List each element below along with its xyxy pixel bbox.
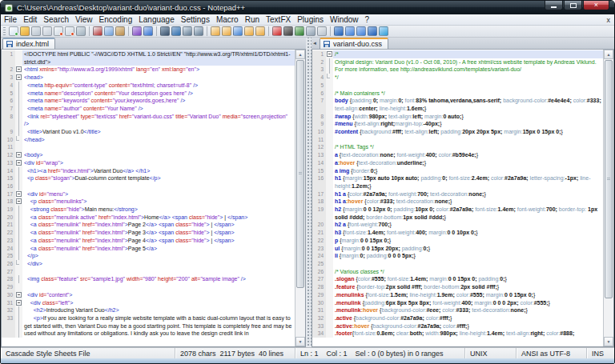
code-line[interactable]: 1/*	[312, 50, 603, 58]
code-line[interactable]: 7body {padding:0; margin:0; font:83% tah…	[312, 97, 603, 112]
scroll-track[interactable]	[604, 59, 613, 337]
tab-scroll-left-icon[interactable]: ◄	[312, 38, 318, 49]
code-line[interactable]: 30.menulink {padding:6px 8px 5px 8px; fo…	[312, 299, 603, 307]
open-folder-icon[interactable]	[20, 26, 30, 36]
code-line[interactable]: 13<div id="wrap">	[2, 159, 295, 167]
code-line[interactable]: 34.footer{font-size:0.8em; clear:both; w…	[312, 330, 603, 338]
sync-scroll-vertical-icon[interactable]	[334, 26, 344, 36]
fold-collapse-icon[interactable]	[16, 198, 22, 204]
fold-margin[interactable]	[15, 66, 22, 74]
code-line[interactable]: 23ul {margin:0 0 15px 20px; padding:0;}	[312, 245, 603, 253]
code-line[interactable]: 12/* HTML Tags */	[312, 143, 603, 151]
fold-collapse-icon[interactable]	[16, 191, 22, 197]
code-line[interactable]: 23 <a class="menulink" href="index.html"…	[2, 237, 295, 245]
close-button[interactable]: ×	[583, 1, 609, 10]
code-line[interactable]: 3<head>	[2, 74, 295, 82]
macro-save-icon[interactable]	[306, 26, 316, 36]
code-line[interactable]: 15a img {border:0;}	[312, 167, 603, 175]
code-line[interactable]: 28 <img class="feature" src="sample1.jpg…	[2, 275, 295, 283]
menu-item-search[interactable]: Search	[40, 14, 72, 26]
scroll-up-icon[interactable]: ▲	[604, 50, 613, 59]
code-line[interactable]: 6/* Main containers */	[312, 90, 603, 98]
code-line[interactable]: 10</head>	[2, 136, 295, 144]
code-line[interactable]: 14a:hover {text-decoration:underline;}	[312, 159, 603, 167]
menu-item-view[interactable]: View	[72, 14, 96, 26]
menu-item-help[interactable]: ?	[362, 14, 373, 26]
toolbar-grip[interactable]	[3, 27, 6, 36]
menu-item-edit[interactable]: Edit	[20, 14, 40, 26]
code-line[interactable]: 16	[2, 182, 295, 190]
code-line[interactable]: 26 </div>	[2, 260, 295, 268]
code-line[interactable]: 8#wrap {width:980px; text-align:left; ma…	[312, 113, 603, 121]
code-line[interactable]: 9 <title>Variant Duo v1.0</title>	[2, 128, 295, 136]
scroll-down-icon[interactable]: ▼	[604, 337, 613, 346]
menu-item-settings[interactable]: Settings	[178, 14, 213, 26]
right-code-area[interactable]: 1/*2Original design: Variant Duo (v1.0 -…	[312, 50, 603, 346]
scroll-up-icon[interactable]: ▲	[295, 50, 305, 59]
code-line[interactable]: 2<html xmlns="http://www.w3.org/1999/xht…	[2, 66, 295, 74]
fold-margin[interactable]	[15, 299, 22, 307]
macro-record-icon[interactable]	[272, 26, 282, 36]
save-all-icon[interactable]	[54, 26, 63, 36]
scroll-thumb[interactable]	[605, 60, 613, 298]
zoom-out-icon[interactable]	[194, 26, 203, 36]
code-line[interactable]: 17 <div id="menu">	[2, 190, 295, 198]
code-line[interactable]: 10#content {background:#fff; text-align:…	[312, 128, 603, 136]
undo-icon[interactable]	[132, 26, 142, 36]
code-line[interactable]: 9#menu {text-align:right;margin-top:-40p…	[312, 120, 603, 128]
code-line[interactable]: 22p {margin:0 0 15px 0;}	[312, 237, 603, 245]
code-line[interactable]: 20h2 a {font-weight:700;}	[312, 221, 603, 229]
print-icon[interactable]	[76, 26, 86, 36]
code-line[interactable]: 8 <link rel="stylesheet" type="text/css"…	[2, 113, 295, 128]
function-list-icon[interactable]	[255, 26, 265, 36]
code-line[interactable]: 6 <meta name="keywords" content="your,ke…	[2, 97, 295, 105]
menu-item-language[interactable]: Language	[135, 14, 178, 26]
code-line[interactable]: 18h1 a:hover {color:#333; text-decoratio…	[312, 198, 603, 206]
fold-collapse-icon[interactable]	[16, 152, 22, 158]
fold-collapse-icon[interactable]	[16, 160, 22, 166]
code-line[interactable]: 27.slogan {color:#555; font-size:1.4em; …	[312, 275, 603, 283]
scroll-track[interactable]	[295, 59, 305, 337]
find-replace-icon[interactable]	[171, 26, 181, 36]
code-line[interactable]: 21h3 {font-size:1.4em; font-weight:400; …	[312, 229, 603, 237]
code-line[interactable]: 26/* Various classes */	[312, 268, 603, 276]
code-line[interactable]: 4 <meta http-equiv="content-type" conten…	[2, 82, 295, 90]
code-line[interactable]: 29	[2, 283, 295, 291]
code-line[interactable]: 24 <a class="menulink" href="index.html"…	[2, 245, 295, 253]
code-line[interactable]: 21 <a class="menulink" href="index.html"…	[2, 221, 295, 229]
save-icon[interactable]	[31, 26, 41, 36]
code-line[interactable]: 20 <a class="menulink active" href="inde…	[2, 214, 295, 222]
scroll-down-icon[interactable]: ▼	[295, 337, 305, 346]
code-line[interactable]: 33 <p>If you are looking for a really si…	[2, 314, 295, 338]
menu-item-window[interactable]: Window	[327, 14, 362, 26]
code-line[interactable]: 2Original design: Variant Duo (v1.0 - Oc…	[312, 58, 603, 66]
fold-margin[interactable]	[15, 74, 22, 82]
menu-item-plugins[interactable]: Plugins	[294, 14, 327, 26]
copy-icon[interactable]	[104, 26, 114, 36]
code-line[interactable]: 28.feature {border-top:2px solid #fff; b…	[312, 283, 603, 291]
code-line[interactable]: 1<!DOCTYPE html PUBLIC "-//W3C//DTD XHTM…	[2, 50, 295, 66]
code-line[interactable]: 12<body>	[2, 151, 295, 159]
code-line[interactable]: 25	[312, 260, 603, 268]
fold-collapse-icon[interactable]	[16, 292, 22, 298]
title-bar[interactable]: C:\Users\Andreas\Desktop\variant-duo\var…	[1, 1, 614, 14]
paste-icon[interactable]	[115, 26, 125, 36]
left-code-area[interactable]: 1<!DOCTYPE html PUBLIC "-//W3C//DTD XHTM…	[2, 50, 295, 346]
left-vertical-scrollbar[interactable]: ▲ ▼	[295, 50, 305, 346]
fold-margin[interactable]	[326, 50, 333, 58]
indent-guide-icon[interactable]	[244, 26, 254, 36]
code-line[interactable]: 7 <meta name="author" content="Your Name…	[2, 105, 295, 113]
code-line[interactable]: 31 <div class="left">	[2, 299, 295, 307]
code-line[interactable]: 15 <p class="slogan">Dual-column content…	[2, 174, 295, 182]
fold-margin[interactable]	[15, 291, 22, 299]
new-file-icon[interactable]	[9, 26, 18, 36]
code-line[interactable]: 24li {margin:0; padding:0 0 0 5px;}	[312, 252, 603, 260]
code-line[interactable]: 30 <div id="content">	[2, 291, 295, 299]
macro-stop-icon[interactable]	[283, 26, 293, 36]
code-line[interactable]: 19 <strong class="hide">Main menu:</stro…	[2, 206, 295, 214]
tab-variant-duo-css[interactable]: variant-duo.css	[320, 38, 388, 49]
fold-margin[interactable]	[15, 190, 22, 198]
code-line[interactable]: 14 <h1><a href="index.html">Variant Duo<…	[2, 167, 295, 175]
code-line[interactable]: 32.active {background-color:#2a7a9a; col…	[312, 314, 603, 322]
menu-item-textfx[interactable]: TextFX	[263, 14, 294, 26]
